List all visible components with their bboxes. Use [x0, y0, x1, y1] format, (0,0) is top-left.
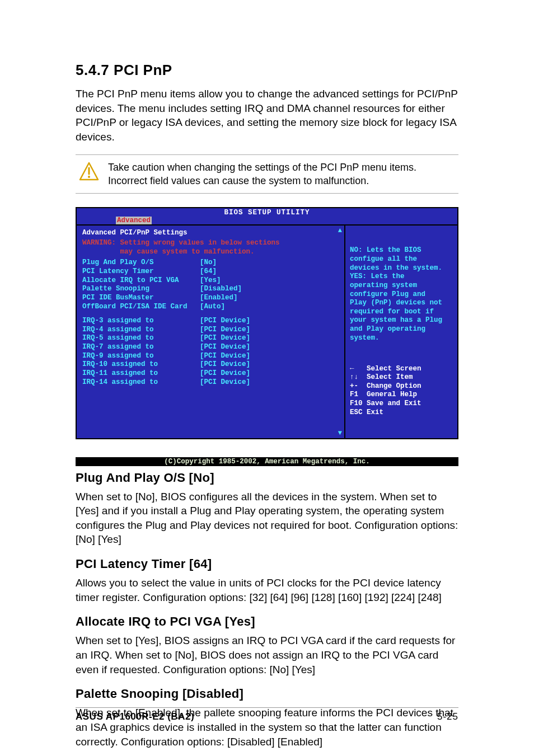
irq-value: [PCI Device]: [200, 352, 250, 361]
bios-copyright: (C)Copyright 1985-2002, American Megatre…: [76, 457, 458, 466]
setting-value: [64]: [200, 267, 217, 276]
irq-value: [PCI Device]: [200, 378, 250, 387]
setting-value: [Auto]: [200, 303, 225, 312]
setting-value: [Disabled]: [200, 285, 242, 294]
sub-body: Allows you to select the value in units …: [76, 576, 458, 604]
irq-label: IRQ-10 assigned to: [82, 360, 200, 369]
irq-label: IRQ-4 assigned to: [82, 326, 200, 335]
page-footer: ASUS AP1600R-E2 (BA2) 5-25: [76, 707, 458, 722]
irq-value: [PCI Device]: [200, 360, 250, 369]
irq-label: IRQ-3 assigned to: [82, 317, 200, 326]
bios-warning: WARNING: Setting wrong values in below s…: [82, 239, 339, 256]
setting-label: PCI IDE BusMaster: [82, 294, 200, 303]
sub-heading: Plug And Play O/S [No]: [76, 471, 458, 485]
sub-heading: Palette Snooping [Disabled]: [76, 687, 458, 701]
footer-page-number: 5-25: [437, 711, 458, 722]
irq-value: [PCI Device]: [200, 317, 250, 326]
caution-text: Take caution when changing the settings …: [102, 161, 458, 188]
bios-screenshot: BIOS SETUP UTILITY Advanced ▲ Advanced P…: [76, 207, 458, 439]
irq-label: IRQ-7 assigned to: [82, 343, 200, 352]
setting-label: OffBoard PCI/ISA IDE Card: [82, 303, 200, 312]
bios-warning-l1: WARNING: Setting wrong values in below s…: [82, 239, 280, 247]
setting-label: Allocate IRQ to PCI VGA: [82, 276, 200, 285]
sub-heading: Allocate IRQ to PCI VGA [Yes]: [76, 614, 458, 629]
irq-value: [PCI Device]: [200, 326, 250, 335]
irq-label: IRQ-11 assigned to: [82, 369, 200, 378]
section-intro: The PCI PnP menu items allow you to chan…: [76, 87, 458, 144]
bios-left-heading: Advanced PCI/PnP Settings: [82, 229, 339, 237]
irq-label: IRQ-5 assigned to: [82, 334, 200, 343]
setting-label: Palette Snooping: [82, 285, 200, 294]
sub-body: When set to [Yes], BIOS assigns an IRQ t…: [76, 633, 458, 677]
sub-heading: PCI Latency Timer [64]: [76, 557, 458, 571]
scroll-down-icon: ▼: [338, 429, 342, 437]
bios-warning-l2: may cause system to malfunction.: [82, 248, 255, 256]
irq-label: IRQ-9 assigned to: [82, 352, 200, 361]
caution-icon: [76, 161, 102, 183]
bios-left-panel: ▲ Advanced PCI/PnP Settings WARNING: Set…: [77, 226, 345, 438]
bios-right-panel: NO: Lets the BIOS configue all the devic…: [345, 226, 457, 438]
setting-value: [Enabled]: [200, 294, 238, 303]
setting-value: [Yes]: [200, 276, 221, 285]
setting-label: Plug And Play O/S: [82, 259, 200, 267]
scroll-up-icon: ▲: [338, 227, 342, 234]
caution-callout: Take caution when changing the settings …: [76, 154, 458, 194]
bios-help-text: NO: Lets the BIOS configue all the devic…: [350, 246, 453, 342]
setting-label: PCI Latency Timer: [82, 267, 200, 276]
irq-value: [PCI Device]: [200, 369, 250, 378]
bios-tab-advanced: Advanced: [116, 217, 152, 224]
sub-body: When set to [No], BIOS configures all th…: [76, 490, 458, 547]
section-heading: 5.4.7 PCI PnP: [76, 62, 458, 79]
irq-value: [PCI Device]: [200, 343, 250, 352]
irq-label: IRQ-14 assigned to: [82, 378, 200, 387]
svg-point-1: [88, 176, 90, 178]
footer-model: ASUS AP1600R-E2 (BA2): [76, 711, 194, 722]
bios-tabs: Advanced: [77, 217, 457, 224]
setting-value: [No]: [200, 259, 217, 267]
irq-value: [PCI Device]: [200, 334, 250, 343]
bios-title: BIOS SETUP UTILITY: [77, 208, 457, 217]
bios-nav-text: ← Select Screen ↑↓ Select Item +- Change…: [350, 365, 453, 417]
